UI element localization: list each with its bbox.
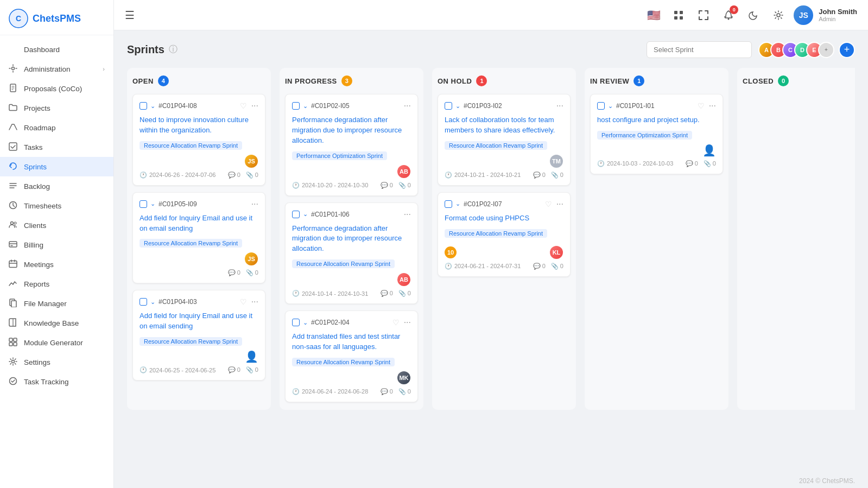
unassigned-icon: 👤	[245, 350, 258, 363]
card-expand-icon: ⌄	[150, 299, 155, 306]
card-menu-button[interactable]: ···	[251, 101, 258, 111]
card-checkbox[interactable]	[292, 211, 300, 218]
sidebar-item-meetings[interactable]: Meetings	[0, 255, 113, 274]
card-checkbox[interactable]	[140, 298, 147, 306]
sidebar-item-modulegenerator[interactable]: Module Generator	[0, 333, 113, 352]
sprint-card[interactable]: ⌄ #C01P04-I03 ♡ ··· Add field for Inquir…	[132, 290, 265, 381]
hamburger-button[interactable]: ☰	[125, 9, 135, 22]
sprint-card[interactable]: ⌄ #C01P05-I09 ··· Add field for Inquiry …	[132, 192, 265, 284]
sprint-select[interactable]	[647, 41, 752, 58]
card-menu-button[interactable]: ···	[709, 101, 716, 111]
card-menu-button[interactable]: ···	[404, 318, 411, 327]
page-footer: 2024 © ChetsPMS.	[114, 471, 868, 488]
card-menu-button[interactable]: ···	[251, 199, 258, 209]
svg-point-2	[12, 67, 15, 70]
sidebar-item-sprints[interactable]: Sprints	[0, 157, 113, 176]
settings-button[interactable]	[770, 7, 787, 24]
language-button[interactable]: 🇺🇸	[645, 7, 662, 24]
sidebar-item-knowledgebase[interactable]: Knowledge Base	[0, 313, 113, 333]
card-footer: 🕐2024-06-21 - 2024-07-31 💬 0 📎 0	[445, 263, 563, 270]
svg-text:C: C	[16, 14, 21, 23]
sprint-card[interactable]: ⌄ #C01P03-I02 ··· Lack of collaboration …	[438, 94, 571, 186]
card-footer: 💬 0 📎 0	[140, 269, 258, 276]
card-menu-button[interactable]: ···	[404, 101, 411, 111]
card-menu-button[interactable]: ···	[251, 297, 258, 307]
card-title: Need to improve innovation culture withi…	[140, 115, 258, 136]
avatar-image: JS	[794, 5, 813, 25]
sidebar-item-filemanager[interactable]: File Manager	[0, 294, 113, 313]
card-actions: ···	[251, 199, 258, 209]
column-inreview: IN REVIEW 1 ⌄ #C01P01-I01 ♡ ··· host con…	[585, 68, 728, 410]
card-date: 🕐2024-06-25 - 2024-06-25	[140, 366, 216, 373]
card-checkbox[interactable]	[292, 319, 300, 326]
attachments-stat: 📎 0	[398, 290, 411, 297]
attachments-stat: 📎 0	[246, 366, 258, 373]
card-avatar: TM	[549, 154, 563, 168]
card-checkbox[interactable]	[445, 102, 452, 110]
sidebar-item-backlog[interactable]: Backlog	[0, 176, 113, 196]
sidebar-item-tasks[interactable]: Tasks	[0, 137, 113, 157]
sprint-card[interactable]: ⌄ #C01P02-I05 ··· Performance degradatio…	[285, 94, 418, 196]
card-title: Add field for Inquiry Email and use it o…	[140, 311, 258, 332]
card-expand-icon: ⌄	[608, 103, 613, 110]
card-id-row: ⌄ #C01P05-I09	[140, 200, 197, 208]
card-title: Format code using PHPCS	[445, 213, 563, 224]
card-id: #C01P01-I06	[311, 211, 350, 218]
sprint-card[interactable]: ⌄ #C01P04-I08 ♡ ··· Need to improve inno…	[132, 94, 265, 186]
info-icon[interactable]: ⓘ	[169, 44, 178, 55]
card-menu-button[interactable]: ···	[404, 210, 411, 219]
user-section[interactable]: JS John Smith Admin	[794, 5, 857, 25]
card-title: host configure and project setup.	[597, 115, 716, 125]
svg-rect-12	[9, 338, 12, 341]
card-checkbox[interactable]	[140, 200, 147, 208]
logo[interactable]: C ChetsPMS	[0, 0, 113, 35]
sidebar-item-label: Timesheets	[24, 202, 61, 210]
card-expand-icon: ⌄	[303, 211, 308, 218]
card-checkbox[interactable]	[597, 102, 605, 110]
sprint-card[interactable]: ⌄ #C01P02-I07 ♡ ··· Format code using PH…	[438, 192, 571, 277]
card-id: #C01P01-I01	[616, 102, 655, 110]
people-icon	[9, 220, 18, 230]
fullscreen-button[interactable]	[695, 7, 712, 24]
darkmode-button[interactable]	[745, 7, 762, 24]
sidebar-item-billing[interactable]: Billing	[0, 235, 113, 255]
user-info: John Smith Admin	[819, 8, 857, 22]
card-actions: ♡ ···	[545, 199, 563, 209]
sidebar-item-tasktracking[interactable]: Task Tracking	[0, 372, 113, 391]
card-menu-button[interactable]: ···	[556, 101, 563, 111]
sidebar-item-timesheets[interactable]: Timesheets	[0, 196, 113, 216]
clock-icon: 🕐	[292, 182, 300, 189]
sidebar-item-clients[interactable]: Clients	[0, 216, 113, 235]
svg-point-6	[11, 222, 14, 225]
svg-rect-11	[11, 301, 16, 307]
apps-button[interactable]	[670, 7, 687, 24]
sidebar-item-reports[interactable]: Reports	[0, 274, 113, 294]
svg-point-22	[728, 18, 730, 20]
notifications-button[interactable]: 0	[720, 7, 737, 24]
sprint-card[interactable]: ⌄ #C01P02-I04 ♡ ··· Add translated files…	[285, 310, 418, 402]
main-area: ☰ 🇺🇸 0	[114, 0, 868, 488]
sprint-card[interactable]: ⌄ #C01P01-I06 ··· Performance degradatio…	[285, 202, 418, 305]
sidebar-item-projects[interactable]: Projects	[0, 98, 113, 118]
card-checkbox[interactable]	[140, 102, 147, 110]
sprint-card[interactable]: ⌄ #C01P01-I01 ♡ ··· host configure and p…	[590, 94, 723, 174]
card-title: Performance degradation after migration …	[292, 224, 411, 255]
card-actions: ♡ ···	[240, 297, 258, 307]
sidebar-item-label: Reports	[24, 280, 49, 288]
comments-stat: 💬 0	[381, 388, 393, 395]
sidebar-item-dashboard[interactable]: Dashboard	[0, 40, 113, 59]
sidebar-item-label: File Manager	[24, 300, 67, 308]
card-stats: 💬 0 📎 0	[228, 366, 258, 373]
card-header: ⌄ #C01P02-I07 ♡ ···	[445, 199, 563, 209]
sidebar-item-administration[interactable]: Administration ›	[0, 59, 113, 79]
sidebar-item-settings[interactable]: Settings	[0, 352, 113, 372]
card-menu-button[interactable]: ···	[556, 199, 563, 209]
card-checkbox[interactable]	[292, 102, 300, 110]
sidebar-item-label: Projects	[24, 104, 50, 112]
add-member-button[interactable]: +	[839, 42, 855, 58]
card-checkbox[interactable]	[445, 200, 452, 208]
sidebar-item-proposals[interactable]: Proposals (CoCo)	[0, 79, 113, 98]
calendar-icon	[9, 259, 18, 269]
card-id-row: ⌄ #C01P01-I01	[597, 102, 655, 110]
sidebar-item-roadmap[interactable]: Roadmap	[0, 118, 113, 137]
